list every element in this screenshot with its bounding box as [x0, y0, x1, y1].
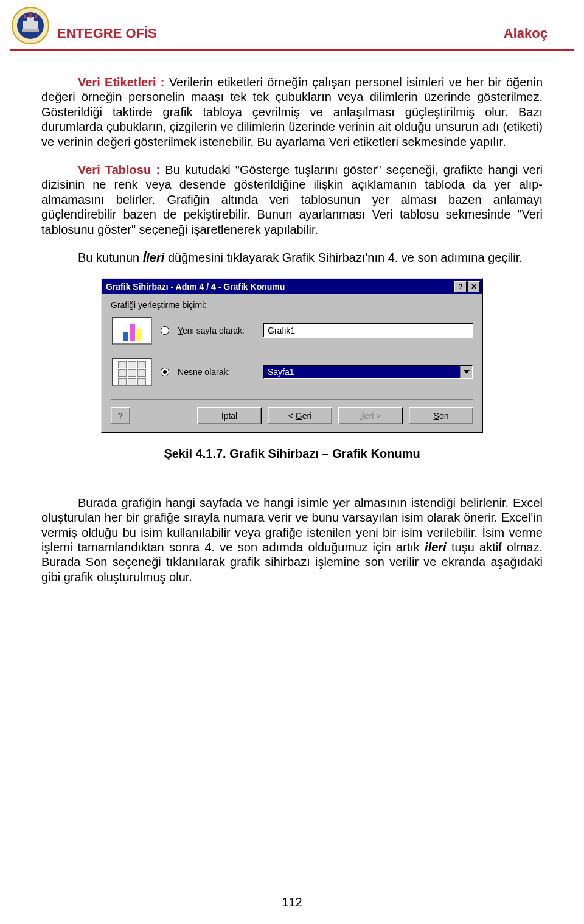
sheet-select-combo[interactable]: Sayfa1	[263, 365, 473, 379]
header-author: Alakoç	[504, 26, 548, 41]
radio-label-new-sheet: Yeni sayfa olarak:	[178, 326, 254, 336]
dialog-button-row: ? İptal < Geri İleri > Son	[111, 399, 473, 424]
body-text: Bu kutunun	[78, 251, 143, 264]
paragraph-veri-tablosu: Veri Tablosu : Bu kutudaki "Gösterge tuş…	[41, 163, 543, 237]
finish-button[interactable]: Son	[409, 407, 473, 424]
svg-rect-3	[23, 21, 27, 29]
dialog-titlebar: Grafik Sihirbazı - Adım 4 / 4 - Grafik K…	[102, 279, 482, 294]
close-icon: ✕	[471, 282, 477, 292]
svg-rect-7	[30, 13, 32, 18]
lead-text: Veri Tablosu :	[78, 163, 165, 177]
close-button[interactable]: ✕	[468, 281, 480, 292]
paragraph-ileri: Bu kutunun İleri düğmesini tıklayarak Gr…	[41, 250, 543, 265]
radio-as-object[interactable]	[161, 368, 169, 376]
svg-rect-6	[24, 15, 26, 18]
svg-rect-5	[22, 29, 39, 32]
chevron-down-icon	[464, 370, 470, 374]
emphasis-text: İleri	[143, 251, 165, 264]
body-text: düğmesini tıklayarak Grafik Sihirbazı'nı…	[164, 251, 523, 264]
radio-new-sheet[interactable]	[161, 326, 169, 335]
wizard-dialog: Grafik Sihirbazı - Adım 4 / 4 - Grafik K…	[101, 278, 483, 433]
figure-caption: Şekil 4.1.7. Grafik Sihirbazı – Grafik K…	[41, 446, 543, 461]
help-icon: ?	[458, 282, 462, 292]
header-title: ENTEGRE OFİS	[57, 26, 157, 41]
combo-selected-value: Sayfa1	[264, 366, 460, 378]
page-number: 112	[0, 895, 584, 909]
cancel-button[interactable]: İptal	[197, 407, 262, 424]
titlebar-buttons: ? ✕	[454, 281, 480, 292]
emphasis-text: ileri	[425, 541, 447, 554]
back-button[interactable]: < Geri	[268, 407, 332, 424]
svg-rect-2	[27, 17, 34, 29]
help-button[interactable]: ?	[454, 281, 467, 292]
option-new-sheet: Yeni sayfa olarak:	[112, 317, 473, 345]
svg-rect-8	[35, 15, 36, 18]
placement-label: Grafiği yerleştirme biçimi:	[111, 300, 473, 310]
combo-dropdown-button[interactable]	[460, 366, 472, 378]
option-as-object: Nesne olarak: Sayfa1	[112, 358, 473, 386]
document-body: Veri Etiketleri : Verilerin etiketleri ö…	[0, 51, 584, 584]
next-button: İleri >	[338, 407, 403, 424]
radio-label-as-object: Nesne olarak:	[178, 367, 254, 377]
university-seal-logo	[11, 6, 50, 45]
svg-marker-9	[464, 370, 470, 374]
dialog-screenshot: Grafik Sihirbazı - Adım 4 / 4 - Grafik K…	[41, 278, 543, 433]
dialog-title: Grafik Sihirbazı - Adım 4 / 4 - Grafik K…	[106, 282, 285, 292]
worksheet-icon	[112, 358, 152, 386]
paragraph-explanation: Burada grafiğin hangi sayfada ve hangi i…	[41, 495, 543, 584]
chart-sheet-icon	[112, 317, 152, 345]
context-help-button[interactable]: ?	[111, 407, 130, 424]
lead-text: Veri Etiketleri :	[78, 75, 169, 89]
svg-rect-4	[34, 21, 38, 29]
dialog-body: Grafiği yerleştirme biçimi: Yeni sayfa o…	[102, 294, 482, 432]
help-icon: ?	[118, 411, 123, 421]
paragraph-veri-etiketleri: Veri Etiketleri : Verilerin etiketleri ö…	[41, 75, 543, 149]
page-header: ENTEGRE OFİS Alakoç	[0, 0, 584, 49]
new-sheet-name-input[interactable]	[263, 323, 473, 338]
